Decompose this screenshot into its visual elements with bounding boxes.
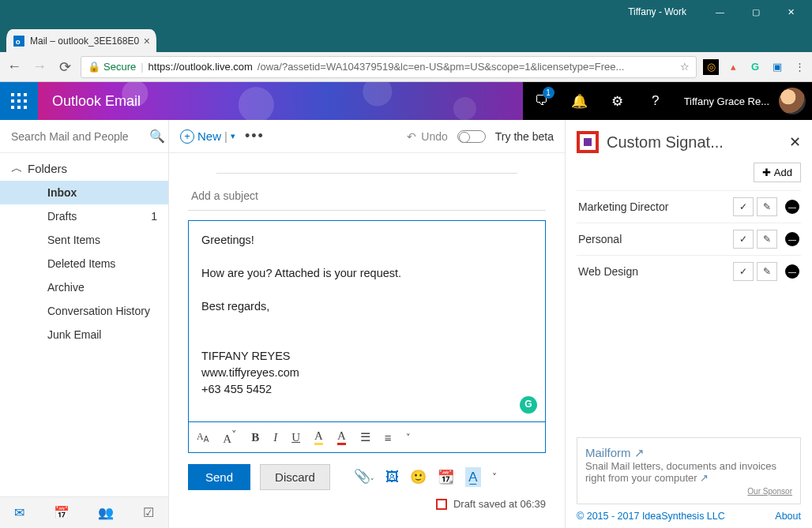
folder-deleted[interactable]: Deleted Items bbox=[0, 252, 168, 275]
highlight-button[interactable]: A bbox=[314, 429, 323, 445]
addin-close-button[interactable]: ✕ bbox=[789, 133, 801, 151]
add-label: Add bbox=[774, 167, 792, 178]
os-titlebar: Tiffany - Work — ▢ ✕ bbox=[0, 0, 812, 24]
addin-about-link[interactable]: About bbox=[775, 511, 801, 522]
folder-drafts[interactable]: Drafts1 bbox=[0, 204, 168, 228]
signature-phone: +63 455 5452 bbox=[201, 381, 532, 398]
new-button[interactable]: +New|▾ bbox=[180, 129, 235, 144]
draft-status-text: Draft saved at 06:39 bbox=[453, 498, 546, 510]
help-icon[interactable]: ? bbox=[637, 82, 675, 120]
more-actions-button[interactable]: ••• bbox=[245, 128, 265, 144]
format-more-button[interactable]: ˅ bbox=[406, 433, 411, 443]
tasks-module-icon[interactable]: ☑ bbox=[143, 505, 154, 520]
window-maximize-button[interactable]: ▢ bbox=[738, 0, 773, 24]
bullet-list-button[interactable]: ☰ bbox=[360, 430, 370, 444]
chevron-down-icon[interactable]: ▾ bbox=[231, 131, 235, 141]
signature-edit-button[interactable]: ✎ bbox=[757, 262, 777, 281]
underline-button[interactable]: U bbox=[291, 431, 300, 444]
signature-apply-button[interactable]: ✓ bbox=[733, 262, 754, 281]
search-input[interactable] bbox=[11, 130, 149, 143]
skype-icon[interactable]: 🗨1 bbox=[523, 82, 561, 120]
chrome-menu-icon[interactable]: ⋮ bbox=[791, 59, 807, 75]
back-button[interactable]: ← bbox=[5, 58, 24, 77]
addin-indicator-icon bbox=[436, 499, 447, 510]
folder-label: Archive bbox=[47, 281, 85, 294]
insert-calendar-icon[interactable]: 📆 bbox=[438, 469, 454, 485]
attach-file-icon[interactable]: 📎˅ bbox=[354, 468, 374, 485]
bold-button[interactable]: B bbox=[251, 431, 259, 444]
url-host: https://outlook.live.com bbox=[148, 61, 253, 73]
extension-icon-2[interactable]: ▴ bbox=[725, 59, 741, 75]
notification-badge: 1 bbox=[543, 87, 554, 99]
signature-apply-button[interactable]: ✓ bbox=[733, 197, 754, 216]
subject-input[interactable] bbox=[188, 178, 546, 211]
undo-label: Undo bbox=[421, 130, 447, 143]
search-icon[interactable]: 🔍 bbox=[149, 129, 165, 144]
calendar-module-icon[interactable]: 📅 bbox=[54, 505, 70, 520]
addin-title: Custom Signat... bbox=[607, 133, 781, 152]
grammarly-badge-icon[interactable]: G bbox=[520, 396, 537, 414]
folder-conversation-history[interactable]: Conversation History bbox=[0, 299, 168, 323]
extension-icon-1[interactable]: ◎ bbox=[703, 59, 719, 75]
font-color-button[interactable]: A bbox=[337, 429, 346, 445]
signature-edit-button[interactable]: ✎ bbox=[757, 230, 777, 249]
body-text: Best regards, bbox=[201, 298, 532, 315]
secure-lock-icon: 🔒 Secure bbox=[88, 61, 136, 73]
signature-delete-button[interactable]: — bbox=[785, 200, 799, 214]
user-avatar[interactable] bbox=[779, 88, 806, 114]
grammarly-icon[interactable]: G bbox=[747, 59, 763, 75]
tab-close-icon[interactable]: × bbox=[144, 35, 150, 47]
secure-label: Secure bbox=[103, 61, 136, 73]
new-label: New bbox=[197, 129, 221, 143]
browser-tab[interactable]: o Mail – outlook_3EE168E0 × bbox=[6, 29, 156, 52]
body-text: Greetings! bbox=[201, 232, 532, 249]
sponsor-card[interactable]: Mailform ↗ Snail Mail letters, documents… bbox=[577, 437, 801, 504]
send-button[interactable]: Send bbox=[188, 464, 250, 490]
window-title: Tiffany - Work bbox=[628, 6, 686, 17]
folder-archive[interactable]: Archive bbox=[0, 275, 168, 299]
message-body-editor[interactable]: Greetings! How are you? Attached is your… bbox=[188, 220, 546, 422]
italic-button[interactable]: I bbox=[273, 431, 277, 444]
sponsor-label: Our Sponsor bbox=[585, 487, 792, 496]
extension-icon-4[interactable]: ▣ bbox=[769, 59, 785, 75]
font-family-button[interactable]: A˅ bbox=[223, 429, 237, 446]
app-launcher-button[interactable] bbox=[0, 82, 38, 120]
add-signature-button[interactable]: ✚Add bbox=[754, 163, 801, 182]
folder-label: Deleted Items bbox=[47, 257, 115, 270]
folder-sent[interactable]: Sent Items bbox=[0, 228, 168, 252]
signature-apply-button[interactable]: ✓ bbox=[733, 230, 754, 249]
folders-header[interactable]: ︿ Folders bbox=[0, 153, 168, 181]
folder-inbox[interactable]: Inbox bbox=[0, 181, 168, 204]
address-bar[interactable]: 🔒 Secure | https://outlook.live.com/owa/… bbox=[81, 56, 697, 78]
undo-button[interactable]: ↶ Undo bbox=[407, 130, 447, 143]
notifications-bell-icon[interactable]: 🔔 bbox=[561, 82, 599, 120]
window-close-button[interactable]: ✕ bbox=[773, 0, 809, 24]
signature-label: Web Design bbox=[578, 265, 730, 278]
user-name[interactable]: Tiffany Grace Re... bbox=[675, 95, 779, 107]
signature-delete-button[interactable]: — bbox=[785, 264, 799, 279]
signature-edit-button[interactable]: ✎ bbox=[757, 197, 777, 216]
font-size-button[interactable]: AA bbox=[197, 431, 209, 444]
settings-gear-icon[interactable]: ⚙ bbox=[599, 82, 637, 120]
signature-label: Personal bbox=[578, 233, 730, 245]
signature-delete-button[interactable]: — bbox=[785, 232, 799, 246]
more-insert-button[interactable]: ˅ bbox=[492, 472, 497, 483]
compose-pane: +New|▾ ••• ↶ Undo Try the beta Greetings… bbox=[169, 120, 566, 528]
folder-junk[interactable]: Junk Email bbox=[0, 323, 168, 346]
mail-module-icon[interactable]: ✉ bbox=[14, 505, 24, 520]
people-module-icon[interactable]: 👥 bbox=[98, 505, 114, 520]
beta-toggle[interactable] bbox=[457, 130, 486, 143]
brand-title: Outlook Email bbox=[52, 93, 141, 110]
new-tab-button[interactable] bbox=[156, 33, 180, 52]
svg-rect-10 bbox=[24, 106, 27, 109]
insert-emoji-icon[interactable]: 🙂 bbox=[410, 469, 427, 485]
bookmark-star-icon[interactable]: ☆ bbox=[680, 61, 690, 73]
command-bar: +New|▾ ••• ↶ Undo Try the beta bbox=[169, 120, 565, 153]
reload-button[interactable]: ⟳ bbox=[55, 58, 74, 77]
number-list-button[interactable]: ≡ bbox=[385, 431, 392, 444]
insert-signature-icon[interactable]: A̲ bbox=[465, 467, 481, 487]
window-minimize-button[interactable]: — bbox=[702, 0, 738, 24]
sidebar: 🔍 ︿ Folders Inbox Drafts1 Sent Items Del… bbox=[0, 120, 169, 528]
insert-picture-icon[interactable]: 🖼 bbox=[385, 470, 399, 485]
discard-button[interactable]: Discard bbox=[260, 464, 330, 490]
